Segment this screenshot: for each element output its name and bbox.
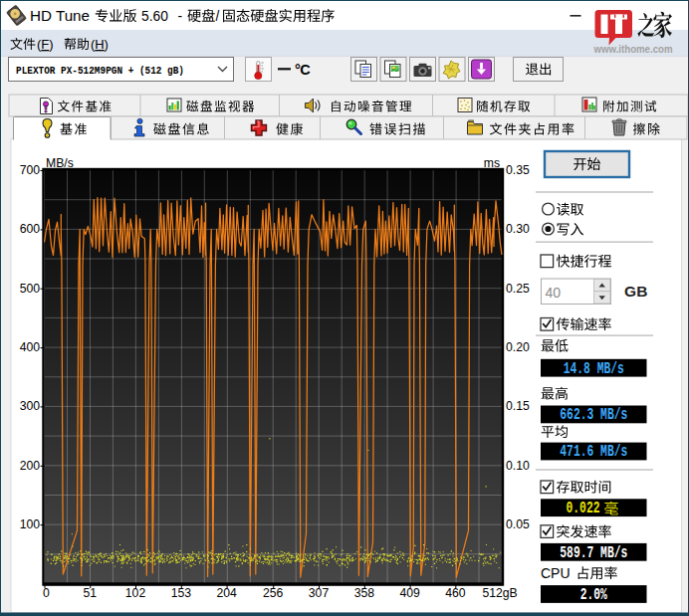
svg-text:PLEXTOR PX-512M9PGN + (512 gB): PLEXTOR PX-512M9PGN + (512 gB) (16, 65, 184, 77)
svg-text:/: / (216, 9, 220, 24)
svg-text:471.6 MB/s: 471.6 MB/s (560, 442, 627, 461)
svg-text:40: 40 (546, 285, 562, 301)
svg-text:14.8 MB/s: 14.8 MB/s (564, 359, 624, 378)
svg-text:200: 200 (20, 459, 41, 473)
svg-text:300: 300 (20, 399, 41, 413)
svg-text:512gB: 512gB (482, 586, 517, 600)
svg-text:0.35: 0.35 (506, 163, 530, 177)
svg-text:5.60: 5.60 (141, 9, 168, 24)
svg-text:102: 102 (125, 586, 146, 600)
svg-text:2.0%: 2.0% (580, 585, 607, 604)
svg-text:400: 400 (20, 340, 41, 354)
svg-text:0.15: 0.15 (506, 399, 530, 413)
svg-text:0: 0 (43, 586, 50, 600)
svg-text:°C: °C (295, 62, 311, 78)
svg-text:CPU: CPU (541, 565, 571, 581)
svg-text:700: 700 (20, 163, 41, 177)
svg-text:600: 600 (20, 222, 41, 236)
svg-text:F: F (41, 37, 49, 52)
svg-text:): ) (49, 37, 53, 52)
svg-text:589.7 MB/s: 589.7 MB/s (560, 543, 627, 562)
svg-text:358: 358 (354, 586, 375, 600)
svg-text:0.20: 0.20 (506, 340, 530, 354)
svg-text:0.05: 0.05 (506, 517, 530, 531)
svg-text:409: 409 (399, 586, 420, 600)
svg-text:204: 204 (216, 586, 237, 600)
svg-text:GB: GB (624, 283, 648, 300)
svg-text:H: H (95, 37, 104, 52)
svg-text:0.10: 0.10 (506, 459, 530, 473)
svg-text:ms: ms (484, 156, 500, 170)
svg-text:500: 500 (20, 282, 41, 296)
svg-text:662.3 MB/s: 662.3 MB/s (560, 405, 627, 424)
svg-text:0.30: 0.30 (506, 222, 530, 236)
svg-text:307: 307 (309, 586, 330, 600)
svg-text:HD Tune: HD Tune (30, 9, 90, 24)
svg-text:460: 460 (445, 586, 466, 600)
svg-text:-: - (178, 9, 183, 24)
svg-text:0.25: 0.25 (506, 282, 530, 296)
svg-text:0.022: 0.022 (567, 499, 600, 517)
svg-text:51: 51 (84, 586, 98, 600)
svg-text:153: 153 (171, 586, 192, 600)
svg-text:MB/s: MB/s (46, 156, 74, 170)
svg-text:100: 100 (20, 517, 41, 531)
svg-text:256: 256 (263, 586, 284, 600)
svg-text:): ) (105, 37, 109, 52)
svg-text:www.ithome.com: www.ithome.com (593, 43, 673, 55)
